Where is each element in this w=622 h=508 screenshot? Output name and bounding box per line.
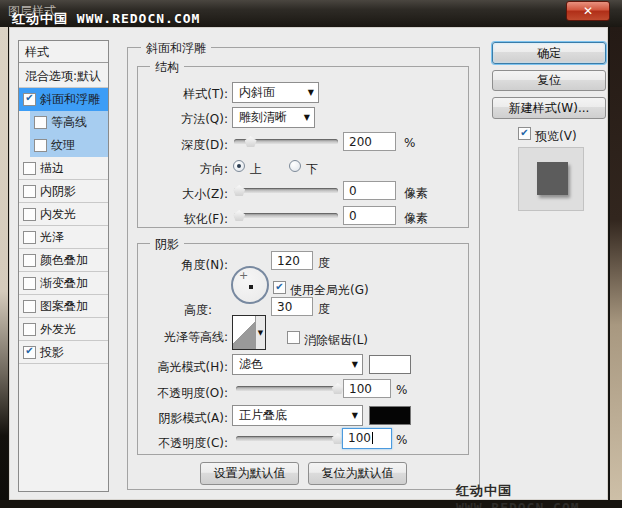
gloss-contour-picker[interactable]: ▼ [232,315,266,350]
contour-dropdown-arrow[interactable]: ▼ [255,316,265,349]
soften-input[interactable]: 0 [343,206,396,225]
direction-down-radio[interactable] [289,160,301,172]
shadow-opacity-input[interactable]: 100 [342,428,392,449]
technique-dropdown[interactable]: 雕刻清晰 ▼ [232,107,315,128]
size-slider-thumb[interactable] [233,185,245,196]
sidebar-item-contour[interactable]: 等高线 [30,111,108,134]
chevron-down-icon: ▼ [352,411,358,420]
highlight-opacity-unit: % [396,383,407,397]
technique-label: 方法(Q): [130,111,228,128]
sidebar-item-inner-glow[interactable]: 内发光 [19,203,108,226]
shadow-color-swatch[interactable] [369,406,411,425]
pattern-overlay-checkbox[interactable] [23,300,36,313]
inner-shadow-checkbox[interactable] [23,185,36,198]
sidebar-item-gradient-overlay[interactable]: 渐变叠加 [19,272,108,295]
color-overlay-checkbox[interactable] [23,254,36,267]
bevel-emboss-checkbox[interactable]: ✔ [23,93,36,106]
highlight-opacity-thumb[interactable] [332,383,344,394]
make-default-button[interactable]: 设置为默认值 [200,462,299,485]
sidebar-item-label: 纹理 [51,137,75,154]
reset-default-button[interactable]: 复位为默认值 [308,462,407,485]
sidebar-item-stroke[interactable]: 描边 [19,157,108,180]
sidebar-item-inner-shadow[interactable]: 内阴影 [19,180,108,203]
contour-checkbox[interactable] [34,116,47,129]
shadow-mode-dropdown[interactable]: 正片叠底 ▼ [232,405,363,426]
sidebar-item-label: 图案叠加 [40,298,88,315]
sidebar-item-label: 渐变叠加 [40,275,88,292]
preview-checkbox[interactable]: ✔ [518,127,531,140]
sidebar-item-blending-options[interactable]: 混合选项:默认 [19,65,108,88]
soften-slider-thumb[interactable] [233,210,245,221]
shadow-opacity-unit: % [396,433,407,447]
sidebar-item-label: 颜色叠加 [40,252,88,269]
direction-down-label: 下 [306,161,318,178]
altitude-unit: 度 [318,301,330,318]
sidebar-item-label: 内发光 [40,206,76,223]
highlight-opacity-input[interactable]: 100 [343,379,391,398]
sidebar-item-drop-shadow[interactable]: ✔ 投影 [19,341,108,364]
close-button[interactable]: ✕ [566,1,610,21]
shadow-opacity-track[interactable] [236,436,342,441]
sidebar-item-outer-glow[interactable]: 外发光 [19,318,108,341]
highlight-opacity-track[interactable] [236,386,342,391]
sidebar-item-label: 等高线 [51,114,87,131]
highlight-opacity-label: 不透明度(O): [120,385,228,402]
sidebar-item-texture[interactable]: 纹理 [30,134,108,157]
ok-button[interactable]: 确定 [492,42,606,64]
highlight-mode-dropdown[interactable]: 滤色 ▼ [232,354,363,375]
depth-input[interactable]: 200 [343,132,396,151]
inner-glow-checkbox[interactable] [23,208,36,221]
soften-slider[interactable] [234,207,338,224]
highlight-color-swatch[interactable] [369,355,411,374]
text-caret [372,432,373,444]
check-icon: ✔ [520,128,528,138]
shadow-mode-label: 阴影模式(A): [120,410,228,427]
new-style-button[interactable]: 新建样式(W)... [492,97,606,119]
drop-shadow-checkbox[interactable]: ✔ [23,346,36,359]
technique-dropdown-value: 雕刻清晰 [239,109,287,126]
style-dropdown[interactable]: 内斜面 ▼ [232,82,319,103]
texture-checkbox[interactable] [34,139,47,152]
soften-slider-track[interactable] [234,213,338,218]
highlight-mode-label: 高光模式(H): [120,359,228,376]
shading-title: 阴影 [150,236,184,253]
satin-checkbox[interactable] [23,231,36,244]
reset-button[interactable]: 复位 [492,70,606,91]
styles-list: 样式 混合选项:默认 ✔ 斜面和浮雕 等高线 纹理 描边 内阴影 内发光 [18,40,109,492]
antialias-checkbox[interactable] [287,331,300,344]
depth-slider-thumb[interactable] [245,136,257,147]
shadow-opacity-slider[interactable] [236,430,342,447]
altitude-input[interactable]: 30 [271,297,313,316]
sidebar-item-satin[interactable]: 光泽 [19,226,108,249]
chevron-down-icon: ▼ [304,113,310,122]
gradient-overlay-checkbox[interactable] [23,277,36,290]
shadow-mode-value: 正片叠底 [239,407,287,424]
style-label: 样式(T): [130,86,228,103]
styles-list-header: 样式 [19,41,108,63]
global-light-checkbox[interactable]: ✔ [273,281,286,294]
depth-slider[interactable] [234,133,338,150]
sidebar-item-bevel-emboss[interactable]: ✔ 斜面和浮雕 [19,88,108,111]
sidebar-item-label: 外发光 [40,321,76,338]
highlight-opacity-slider[interactable] [236,380,342,397]
sidebar-item-color-overlay[interactable]: 颜色叠加 [19,249,108,272]
watermark-top: 红动中国 WWW.REDOCN.COM [12,10,200,28]
stroke-checkbox[interactable] [23,162,36,175]
size-slider[interactable] [234,182,338,199]
size-slider-track[interactable] [234,188,338,193]
shadow-opacity-value: 100 [348,431,371,445]
sidebar-item-label: 斜面和浮雕 [40,91,100,108]
altitude-label: 高度: [120,302,212,319]
soften-label: 软化(F): [130,211,228,228]
angle-input[interactable]: 120 [271,251,313,270]
size-unit: 像素 [404,185,428,202]
check-icon: ✔ [25,93,33,103]
direction-up-radio[interactable] [233,160,245,172]
sidebar-item-pattern-overlay[interactable]: 图案叠加 [19,295,108,318]
direction-label: 方向: [130,161,228,178]
angle-dial[interactable]: + [231,266,269,304]
sidebar-item-label: 描边 [40,160,64,177]
size-input[interactable]: 0 [343,181,396,200]
outer-glow-checkbox[interactable] [23,323,36,336]
check-icon: ✔ [275,282,283,292]
